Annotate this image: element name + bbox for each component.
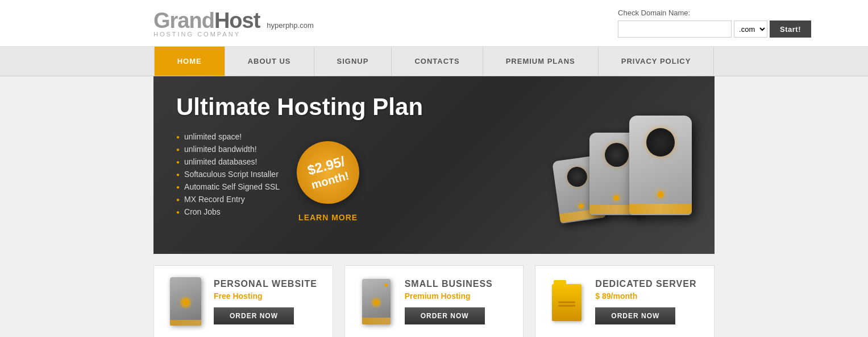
card-title-personal: PERSONAL WEBSITE [214, 279, 321, 289]
feature-2: unlimited bandwidth! [176, 145, 280, 154]
server-unit-3: ● [629, 116, 692, 215]
feature-4: Softaculous Script Installer [176, 170, 280, 179]
nav: HOME ABOUT US SIGNUP CONTACTS PREMIUM PL… [0, 46, 868, 76]
card-icon-personal: ◉ [165, 277, 205, 326]
nav-item-home[interactable]: HOME [154, 47, 225, 76]
card-icon-business: ◉ [356, 279, 396, 324]
learn-more-link[interactable]: LEARN MORE [298, 213, 358, 222]
hero-price-badge: $2.95/ month! [290, 134, 367, 211]
feature-7: Cron Jobs [176, 207, 280, 216]
domain-check-label: Check Domain Name: [618, 9, 690, 17]
hero-features: unlimited space! unlimited bandwidth! un… [176, 132, 280, 220]
card-body-dedicated: DEDICATED SERVER $ 89/month ORDER NOW [595, 279, 703, 324]
start-button[interactable]: Start! [770, 20, 811, 38]
card-btn-business[interactable]: ORDER NOW [405, 307, 485, 324]
card-personal: ◉ PERSONAL WEBSITE Free Hosting ORDER NO… [153, 265, 333, 337]
card-business: ◉ SMALL BUSINESS Premium Hosting ORDER N… [344, 265, 524, 337]
domain-input[interactable] [618, 20, 732, 38]
card-body-personal: PERSONAL WEBSITE Free Hosting ORDER NOW [214, 279, 321, 324]
logo-area: GrandHost HOSTING COMPANY hyperphp.com [153, 9, 314, 38]
nav-item-about[interactable]: ABOUT US [225, 47, 314, 76]
feature-5: Automatic Self Signed SSL [176, 182, 280, 191]
hero-title: Ultimate Hosting Plan [176, 93, 476, 121]
site-url: hyperphp.com [267, 21, 313, 30]
card-subtitle-personal: Free Hosting [214, 291, 321, 301]
card-subtitle-dedicated: $ 89/month [595, 291, 703, 301]
hero-middle: unlimited space! unlimited bandwidth! un… [176, 132, 476, 231]
card-icon-dedicated [547, 280, 587, 324]
nav-item-privacy[interactable]: PRIVACY POLICY [599, 47, 715, 76]
logo-text: GrandHost [153, 9, 260, 33]
hero-server-image: ● ● ● [476, 102, 692, 228]
logo: GrandHost HOSTING COMPANY [153, 9, 260, 38]
nav-item-contacts[interactable]: CONTACTS [392, 47, 483, 76]
hero-content: Ultimate Hosting Plan unlimited space! u… [176, 93, 476, 237]
logo-grand: Grand [153, 9, 214, 32]
logo-host: Host [214, 9, 260, 32]
feature-1: unlimited space! [176, 132, 280, 141]
card-dedicated: DEDICATED SERVER $ 89/month ORDER NOW [535, 265, 715, 337]
hero-price-text: $2.95/ month! [306, 153, 351, 192]
card-title-dedicated: DEDICATED SERVER [595, 279, 703, 289]
header: GrandHost HOSTING COMPANY hyperphp.com C… [0, 0, 868, 46]
nav-item-signup[interactable]: SIGNUP [314, 47, 392, 76]
card-btn-personal[interactable]: ORDER NOW [214, 307, 294, 324]
server-group: ● ● ● [555, 116, 692, 215]
feature-3: unlimited databases! [176, 157, 280, 166]
card-btn-dedicated[interactable]: ORDER NOW [595, 307, 675, 324]
domain-check-row: .com .net .org .info Start! [618, 20, 811, 38]
nav-item-premium[interactable]: PREMIUM PLANS [483, 47, 599, 76]
card-body-business: SMALL BUSINESS Premium Hosting ORDER NOW [405, 279, 512, 324]
domain-check: Check Domain Name: .com .net .org .info … [618, 9, 811, 38]
hero-cta-area: $2.95/ month! LEARN MORE [297, 141, 359, 223]
feature-6: MX Record Entry [176, 195, 280, 204]
hero-banner: Ultimate Hosting Plan unlimited space! u… [153, 76, 715, 254]
cards-section: ◉ PERSONAL WEBSITE Free Hosting ORDER NO… [153, 265, 715, 337]
card-title-business: SMALL BUSINESS [405, 279, 512, 289]
domain-tld-select[interactable]: .com .net .org .info [734, 20, 767, 38]
card-subtitle-business: Premium Hosting [405, 291, 512, 301]
